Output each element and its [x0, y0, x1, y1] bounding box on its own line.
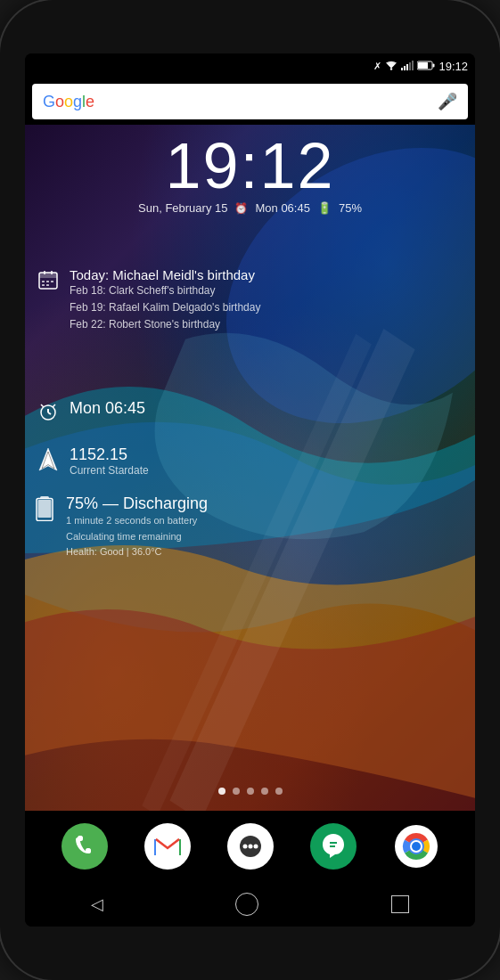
wifi-icon — [385, 61, 398, 72]
svg-rect-8 — [418, 62, 428, 69]
bluetooth-icon: ✗ — [373, 61, 381, 72]
main-content: 19:12 Sun, February 15 ⏰ Mon 06:45 🔋 75% — [25, 125, 475, 811]
battery-widget-row: 75% — Discharging 1 minute 2 seconds on … — [36, 494, 464, 560]
svg-rect-4 — [409, 62, 411, 70]
alarm-widget: Mon 06:45 — [36, 399, 464, 428]
svg-line-25 — [53, 404, 55, 407]
clock-date: Sun, February 15 — [138, 201, 227, 215]
svg-line-24 — [41, 404, 44, 407]
svg-rect-13 — [39, 273, 57, 278]
phone-screen: ✗ — [25, 53, 475, 927]
dock — [25, 811, 475, 882]
svg-rect-18 — [51, 281, 53, 282]
status-time: 19:12 — [439, 60, 468, 73]
alarm-icon — [36, 399, 61, 424]
phone-device: ✗ — [0, 0, 500, 980]
page-dot-5 — [275, 788, 283, 795]
page-dot-1 — [218, 788, 225, 795]
svg-point-36 — [248, 845, 252, 849]
calendar-widget: Today: Michael Meidl's birthday Feb 18: … — [36, 267, 464, 338]
svg-point-35 — [242, 845, 247, 849]
birthday-item-1: Feb 18: Clark Scheff's birthday — [70, 282, 464, 299]
calendar-content: Today: Michael Meidl's birthday Feb 18: … — [70, 267, 464, 334]
svg-rect-5 — [412, 61, 414, 70]
back-button[interactable]: ◁ — [91, 894, 103, 914]
svg-rect-30 — [38, 500, 52, 518]
nav-bar: ◁ — [25, 882, 475, 927]
alarm-widget-row: Mon 06:45 — [36, 399, 464, 424]
dock-gmail-icon[interactable] — [144, 823, 191, 870]
birthday-item-3: Feb 22: Robert Stone's birthday — [70, 316, 464, 333]
dock-phone-icon[interactable] — [61, 823, 108, 870]
battery-widget: 75% — Discharging 1 minute 2 seconds on … — [36, 494, 464, 564]
clock-time: 19:12 — [25, 134, 475, 198]
status-bar: ✗ — [25, 53, 475, 78]
signal-icon — [401, 61, 414, 72]
battery-sub-2: Calculating time remaining — [66, 529, 464, 545]
dock-chrome-icon[interactable] — [393, 823, 439, 870]
clock-alarm: Mon 06:45 — [255, 201, 309, 215]
calendar-today-title: Today: Michael Meidl's birthday — [70, 267, 464, 282]
battery-icon-small: 🔋 — [317, 201, 332, 215]
svg-rect-2 — [404, 66, 406, 70]
alarm-time-text: Mon 06:45 — [70, 399, 464, 418]
clock-widget: 19:12 Sun, February 15 ⏰ Mon 06:45 🔋 75% — [25, 134, 475, 215]
google-logo: Google — [43, 93, 438, 111]
svg-point-42 — [412, 842, 421, 851]
svg-rect-3 — [406, 64, 408, 70]
voice-search-icon[interactable]: 🎤 — [438, 92, 457, 111]
clock-date-row: Sun, February 15 ⏰ Mon 06:45 🔋 75% — [25, 201, 475, 215]
calendar-icon — [36, 267, 61, 292]
page-indicators — [25, 788, 475, 795]
stardate-content: 1152.15 Current Stardate — [70, 445, 464, 477]
status-icons: ✗ — [373, 60, 468, 73]
svg-rect-1 — [401, 68, 403, 70]
battery-sub-3: Health: Good | 36.0°C — [66, 544, 464, 560]
stardate-widget-row: 1152.15 Current Stardate — [36, 445, 464, 477]
dock-messenger-icon[interactable] — [227, 823, 274, 870]
svg-line-23 — [48, 412, 51, 414]
stardate-label: Current Stardate — [70, 464, 464, 477]
svg-rect-16 — [42, 281, 45, 282]
svg-rect-7 — [433, 63, 435, 67]
svg-point-0 — [390, 68, 392, 69]
startrek-icon — [36, 445, 61, 470]
page-dot-3 — [247, 788, 254, 795]
calendar-widget-row: Today: Michael Meidl's birthday Feb 18: … — [36, 267, 464, 334]
alarm-content: Mon 06:45 — [70, 399, 464, 418]
stardate-number: 1152.15 — [70, 445, 464, 464]
battery-content: 75% — Discharging 1 minute 2 seconds on … — [66, 494, 464, 560]
svg-rect-20 — [46, 284, 49, 286]
dock-hangouts-icon[interactable] — [310, 823, 357, 870]
battery-widget-icon — [36, 494, 57, 521]
clock-battery: 75% — [339, 201, 362, 215]
birthday-item-2: Feb 19: Rafael Kalim Delgado's birthday — [70, 299, 464, 316]
page-dot-4 — [261, 788, 268, 795]
alarm-clock-icon-small: ⏰ — [234, 202, 248, 215]
search-bar[interactable]: Google 🎤 — [32, 84, 468, 119]
page-dot-2 — [233, 788, 240, 795]
svg-rect-17 — [46, 281, 49, 282]
svg-point-37 — [253, 845, 258, 849]
recent-apps-button[interactable] — [391, 895, 409, 913]
battery-sub-1: 1 minute 2 seconds on battery — [66, 513, 464, 529]
battery-status-icon — [417, 61, 435, 72]
stardate-widget: 1152.15 Current Stardate — [36, 445, 464, 480]
home-button[interactable] — [235, 893, 258, 916]
battery-main-text: 75% — Discharging — [66, 494, 464, 513]
svg-rect-19 — [42, 284, 45, 286]
